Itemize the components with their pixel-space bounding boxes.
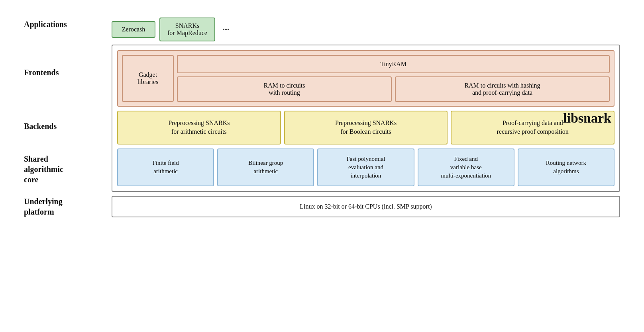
tinyram-box: TinyRAM <box>177 55 610 73</box>
platform-box: Linux on 32-bit or 64-bit CPUs (incl. SM… <box>112 196 620 217</box>
platform-label: Underlyingplatform <box>24 196 112 217</box>
backends-section: Preprocessing SNARKsfor arithmetic circu… <box>117 111 615 145</box>
applications-label: Applications <box>24 16 112 29</box>
polynomial-box: Fast polynomialevaluation andinterpolati… <box>317 148 414 186</box>
snarks-mapreduce-box: SNARKsfor MapReduce <box>159 18 215 41</box>
multiexp-box: Fixed andvariable basemulti-exponentiati… <box>418 148 514 186</box>
ram-routing-box: RAM to circuitswith routing <box>177 76 392 102</box>
shared-label: Sharedalgorithmiccore <box>24 149 112 191</box>
finite-field-box: Finite fieldarithmetic <box>117 148 214 186</box>
platform-row: Underlyingplatform Linux on 32-bit or 64… <box>24 196 620 217</box>
frontends-label: Frontends <box>24 45 112 104</box>
backends-label: Backends <box>24 104 112 149</box>
left-labels: Frontends Backends Sharedalgorithmiccore <box>24 45 112 192</box>
routing-box: Routing networkalgorithms <box>518 148 615 186</box>
shared-section: Finite fieldarithmetic Bilinear groupari… <box>117 148 615 186</box>
backend-boolean-box: Preprocessing SNARKsfor Boolean circuits <box>284 111 448 145</box>
ram-hashing-box: RAM to circuits with hashingand proof-ca… <box>395 76 610 102</box>
applications-boxes: Zerocash SNARKsfor MapReduce ··· <box>112 16 230 41</box>
zerocash-box: Zerocash <box>112 21 155 38</box>
ellipsis: ··· <box>219 24 230 35</box>
frontends-right: TinyRAM RAM to circuitswith routing RAM … <box>177 55 610 102</box>
bilinear-group-box: Bilinear grouparithmetic <box>217 148 314 186</box>
frontends-section: Gadgetlibraries TinyRAM RAM to circuitsw… <box>117 50 615 107</box>
libsnark-content: libsnark Gadgetlibraries TinyRAM RAM to … <box>112 45 620 192</box>
gadget-libraries-box: Gadgetlibraries <box>122 55 174 102</box>
applications-row: Applications Zerocash SNARKsfor MapReduc… <box>24 16 620 41</box>
libsnark-title: libsnark <box>563 111 611 126</box>
backend-arithmetic-box: Preprocessing SNARKsfor arithmetic circu… <box>117 111 281 145</box>
libsnark-wrapper: Frontends Backends Sharedalgorithmiccore… <box>24 45 620 192</box>
frontends-bottom-row: RAM to circuitswith routing RAM to circu… <box>177 76 610 102</box>
architecture-diagram: Applications Zerocash SNARKsfor MapReduc… <box>24 16 620 217</box>
